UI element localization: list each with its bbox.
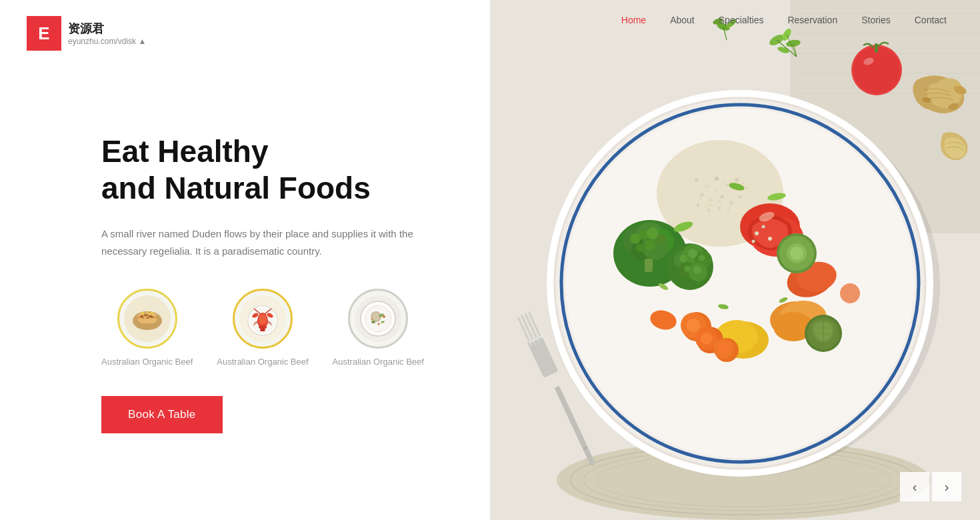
navigation: Home About Specialties Reservation Stori… xyxy=(490,0,980,40)
svg-point-96 xyxy=(727,209,731,213)
hero-image xyxy=(490,0,980,520)
svg-point-86 xyxy=(735,178,739,182)
food-label-3: Australian Organic Beef xyxy=(333,357,424,367)
svg-point-135 xyxy=(687,319,700,332)
svg-point-159 xyxy=(755,231,759,235)
svg-point-35 xyxy=(383,315,385,318)
left-panel: E 资源君 eyunzhu.com/vdisk ▲ Eat Healthy an… xyxy=(0,0,490,520)
food-item-1: Australian Organic Beef xyxy=(101,289,193,367)
svg-point-115 xyxy=(657,234,667,243)
svg-point-102 xyxy=(699,197,701,200)
svg-rect-118 xyxy=(645,259,653,272)
svg-rect-6 xyxy=(141,317,144,319)
svg-point-152 xyxy=(688,249,697,258)
next-slide-button[interactable]: › xyxy=(932,472,961,501)
svg-point-89 xyxy=(709,198,713,202)
nav-stories[interactable]: Stories xyxy=(861,15,891,25)
right-panel: Home About Specialties Reservation Stori… xyxy=(490,0,980,520)
food-circle-3 xyxy=(348,289,408,349)
brand-name: 资源君 xyxy=(68,21,146,37)
svg-point-88 xyxy=(701,193,704,197)
svg-point-137 xyxy=(718,343,729,354)
svg-point-10 xyxy=(146,311,148,313)
svg-point-141 xyxy=(790,247,803,260)
svg-point-160 xyxy=(762,225,765,229)
svg-point-153 xyxy=(699,255,705,261)
nav-about[interactable]: About xyxy=(670,15,695,25)
food-circle-2 xyxy=(233,289,293,349)
headline-line1: Eat Healthy xyxy=(101,134,269,169)
svg-point-97 xyxy=(703,183,705,185)
svg-point-22 xyxy=(260,329,265,331)
svg-point-84 xyxy=(715,177,719,181)
svg-point-36 xyxy=(378,323,380,325)
svg-point-11 xyxy=(151,312,153,315)
svg-point-37 xyxy=(371,319,373,321)
svg-point-91 xyxy=(729,201,733,205)
svg-point-161 xyxy=(768,237,772,241)
food-label-1: Australian Organic Beef xyxy=(101,357,193,367)
svg-point-82 xyxy=(695,178,699,182)
svg-point-114 xyxy=(647,227,659,239)
svg-point-151 xyxy=(679,255,687,263)
food-item-2: Australian Organic Beef xyxy=(217,289,308,367)
svg-rect-8 xyxy=(151,317,153,318)
svg-point-9 xyxy=(141,312,144,315)
nav-contact[interactable]: Contact xyxy=(915,15,947,25)
svg-point-162 xyxy=(752,240,755,243)
svg-point-98 xyxy=(714,189,717,191)
svg-point-105 xyxy=(729,206,731,208)
svg-point-116 xyxy=(645,240,655,251)
headline: Eat Healthy and Natural Foods xyxy=(101,133,435,207)
svg-rect-4 xyxy=(144,314,148,317)
svg-point-85 xyxy=(725,184,729,187)
svg-point-154 xyxy=(684,265,691,272)
slide-controls: ‹ › xyxy=(900,472,961,501)
logo-icon: E xyxy=(27,16,61,51)
food-emoji-2 xyxy=(235,291,291,347)
prev-slide-button[interactable]: ‹ xyxy=(900,472,929,501)
svg-point-31 xyxy=(372,313,380,321)
svg-point-95 xyxy=(718,207,721,209)
logo-letter: E xyxy=(38,23,49,44)
nav-reservation[interactable]: Reservation xyxy=(787,15,837,25)
food-emoji-3 xyxy=(350,291,406,347)
svg-point-113 xyxy=(639,230,648,239)
nav-specialties[interactable]: Specialties xyxy=(719,15,764,25)
food-item-3: Australian Organic Beef xyxy=(333,289,424,367)
brand-url: eyunzhu.com/vdisk ▲ xyxy=(68,37,146,46)
svg-point-117 xyxy=(636,244,644,252)
svg-point-90 xyxy=(721,195,724,199)
svg-point-101 xyxy=(743,183,745,185)
svg-point-104 xyxy=(719,200,721,203)
svg-point-93 xyxy=(697,204,699,207)
book-table-button[interactable]: Book A Table xyxy=(101,396,223,433)
svg-point-99 xyxy=(724,181,726,183)
svg-rect-52 xyxy=(875,43,878,53)
svg-point-92 xyxy=(739,195,742,199)
main-content: Eat Healthy and Natural Foods A small ri… xyxy=(101,133,435,433)
food-emoji-1 xyxy=(119,291,175,347)
svg-point-94 xyxy=(707,209,711,212)
food-items-row: Australian Organic Beef xyxy=(101,289,435,367)
food-label-2: Australian Organic Beef xyxy=(217,357,308,367)
svg-point-103 xyxy=(709,204,711,206)
svg-point-136 xyxy=(701,333,713,345)
headline-line2: and Natural Foods xyxy=(101,171,371,205)
nav-home[interactable]: Home xyxy=(621,15,646,25)
svg-rect-7 xyxy=(146,317,149,319)
svg-point-155 xyxy=(693,266,701,274)
hero-description: A small river named Duden flows by their… xyxy=(101,225,435,259)
svg-point-83 xyxy=(705,185,709,189)
food-circle-1 xyxy=(117,289,177,349)
svg-point-166 xyxy=(840,283,860,303)
logo-area: E 资源君 eyunzhu.com/vdisk ▲ xyxy=(27,16,146,51)
svg-point-16 xyxy=(259,314,267,325)
logo-text: 资源君 eyunzhu.com/vdisk ▲ xyxy=(68,21,146,46)
svg-point-87 xyxy=(745,187,749,190)
svg-point-50 xyxy=(853,47,900,93)
